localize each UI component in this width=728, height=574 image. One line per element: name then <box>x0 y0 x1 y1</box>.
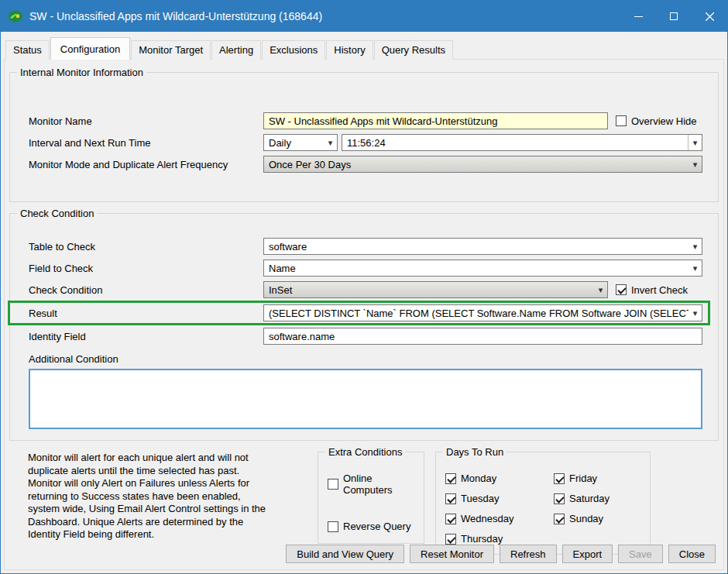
chevron-down-icon: ▾ <box>689 156 702 172</box>
action-button-row: Build and View Query Reset Monitor Refre… <box>286 545 716 563</box>
tab-exclusions[interactable]: Exclusions <box>262 40 325 60</box>
result-dropdown[interactable]: (SELECT DISTINCT `Name` FROM (SELECT Sof… <box>263 304 702 321</box>
minimize-button[interactable] <box>620 1 656 32</box>
friday-label: Friday <box>569 473 597 484</box>
reverse-query-checkbox[interactable]: Reverse Query <box>328 521 417 532</box>
reverse-query-label: Reverse Query <box>343 521 410 532</box>
close-icon <box>706 12 714 21</box>
tab-alerting[interactable]: Alerting <box>211 40 261 60</box>
monitor-mode-row: Monitor Mode and Duplicate Alert Frequen… <box>29 155 702 174</box>
checkbox-box <box>328 521 338 532</box>
save-button: Save <box>618 545 663 563</box>
monitor-name-input[interactable]: SW - Unclassified Apps mit Wildcard-Unte… <box>263 112 608 129</box>
next-run-time-value: 11:56:24 <box>347 137 386 149</box>
monday-label: Monday <box>461 473 496 484</box>
interval-row: Interval and Next Run Time Daily ▾ 11:56… <box>29 133 702 152</box>
checkbox-box <box>328 479 338 490</box>
checkbox-box <box>445 473 456 484</box>
days-column-1: Monday Tuesday Wednesday Thursday <box>445 473 524 545</box>
tuesday-label: Tuesday <box>461 493 499 504</box>
tab-monitor-target[interactable]: Monitor Target <box>131 40 211 60</box>
identity-field-row: Identity Field software.name <box>29 327 702 345</box>
window-controls <box>620 1 727 32</box>
tab-configuration[interactable]: Configuration <box>50 37 130 60</box>
interval-label: Interval and Next Run Time <box>29 137 263 149</box>
maximize-button[interactable] <box>656 1 692 32</box>
monitor-info-text: Monitor will alert for each unique alert… <box>28 452 274 541</box>
additional-condition-textarea[interactable] <box>29 369 702 429</box>
refresh-button[interactable]: Refresh <box>500 545 557 563</box>
days-column-2: Friday Saturday Sunday <box>554 473 610 545</box>
friday-checkbox[interactable]: Friday <box>554 473 610 484</box>
checkbox-box <box>616 284 627 295</box>
configuration-tab-page: Internal Monitor Information Monitor Nam… <box>4 59 724 570</box>
online-computers-checkbox[interactable]: Online Computers <box>328 473 417 496</box>
check-condition-row: Check Condition InSet ▾ Invert Check <box>29 280 702 299</box>
saturday-label: Saturday <box>569 493 610 504</box>
next-run-time-picker[interactable]: 11:56:24 ▾ <box>342 134 702 151</box>
bottom-section: Monitor will alert for each unique alert… <box>9 452 719 555</box>
monitor-mode-dropdown[interactable]: Once Per 30 Days ▾ <box>263 156 702 173</box>
table-to-check-row: Table to Check software ▾ <box>29 237 702 256</box>
export-button[interactable]: Export <box>562 545 613 563</box>
result-row-highlighted: Result (SELECT DISTINCT `Name` FROM (SEL… <box>8 301 710 325</box>
tuesday-checkbox[interactable]: Tuesday <box>445 493 524 504</box>
window-title: SW - Unclassified Apps mit Wildcard-Unte… <box>29 10 322 22</box>
invert-check-checkbox[interactable]: Invert Check <box>616 284 702 296</box>
datetime-dropdown-button[interactable]: ▾ <box>688 135 702 150</box>
check-condition-dropdown[interactable]: InSet ▾ <box>263 281 608 298</box>
dialog-window: SW - Unclassified Apps mit Wildcard-Unte… <box>0 0 728 574</box>
tab-query-results[interactable]: Query Results <box>374 40 453 60</box>
checkbox-box <box>445 534 456 545</box>
checkbox-box <box>445 514 456 524</box>
monitor-mode-label: Monitor Mode and Duplicate Alert Frequen… <box>29 159 263 170</box>
checkbox-box <box>554 514 565 524</box>
wednesday-checkbox[interactable]: Wednesday <box>445 513 524 524</box>
overview-hide-checkbox[interactable]: Overview Hide <box>616 115 702 127</box>
identity-field-input[interactable]: software.name <box>263 328 702 345</box>
close-window-button[interactable] <box>692 1 727 32</box>
table-to-check-label: Table to Check <box>29 241 263 253</box>
saturday-checkbox[interactable]: Saturday <box>554 493 610 504</box>
wednesday-label: Wednesday <box>461 513 513 524</box>
invert-check-label: Invert Check <box>631 284 688 296</box>
identity-field-label: Identity Field <box>29 331 263 342</box>
thursday-checkbox[interactable]: Thursday <box>445 533 524 545</box>
interval-dropdown[interactable]: Daily ▾ <box>263 134 338 151</box>
group-label: Internal Monitor Information <box>17 67 146 78</box>
check-condition-label: Check Condition <box>29 284 263 296</box>
sunday-label: Sunday <box>569 513 603 524</box>
field-to-check-row: Field to Check Name ▾ <box>29 259 702 277</box>
table-to-check-dropdown[interactable]: software ▾ <box>263 238 702 255</box>
monitor-name-label: Monitor Name <box>29 115 263 127</box>
build-and-view-query-button[interactable]: Build and View Query <box>286 545 404 563</box>
checkbox-box <box>554 493 565 504</box>
overview-hide-label: Overview Hide <box>631 115 697 127</box>
reset-monitor-button[interactable]: Reset Monitor <box>410 545 494 563</box>
monitor-name-value: SW - Unclassified Apps mit Wildcard-Unte… <box>269 115 497 127</box>
tab-status[interactable]: Status <box>5 40 50 60</box>
chevron-down-icon: ▾ <box>693 138 698 148</box>
title-bar: SW - Unclassified Apps mit Wildcard-Unte… <box>1 1 727 32</box>
monitor-name-row: Monitor Name SW - Unclassified Apps mit … <box>29 112 702 130</box>
close-button[interactable]: Close <box>668 545 716 563</box>
chevron-down-icon: ▾ <box>689 260 702 276</box>
group-label: Extra Conditions <box>325 446 405 458</box>
monday-checkbox[interactable]: Monday <box>445 473 524 484</box>
checkbox-box <box>616 115 627 126</box>
field-to-check-dropdown[interactable]: Name ▾ <box>263 260 702 277</box>
group-label: Check Condition <box>17 208 97 219</box>
identity-field-value: software.name <box>269 331 335 342</box>
tab-history[interactable]: History <box>326 40 373 60</box>
chevron-down-icon: ▾ <box>689 305 702 321</box>
checkbox-box <box>445 493 456 504</box>
chevron-down-icon: ▾ <box>594 282 607 297</box>
minimize-icon <box>634 16 643 17</box>
app-icon <box>8 9 23 24</box>
tab-strip: Status Configuration Monitor Target Aler… <box>1 32 727 60</box>
sunday-checkbox[interactable]: Sunday <box>554 513 610 524</box>
thursday-label: Thursday <box>461 533 503 545</box>
internal-monitor-information-group: Internal Monitor Information Monitor Nam… <box>9 72 719 202</box>
maximize-icon <box>670 12 678 20</box>
extra-conditions-group: Extra Conditions Online Computers Revers… <box>318 452 424 544</box>
